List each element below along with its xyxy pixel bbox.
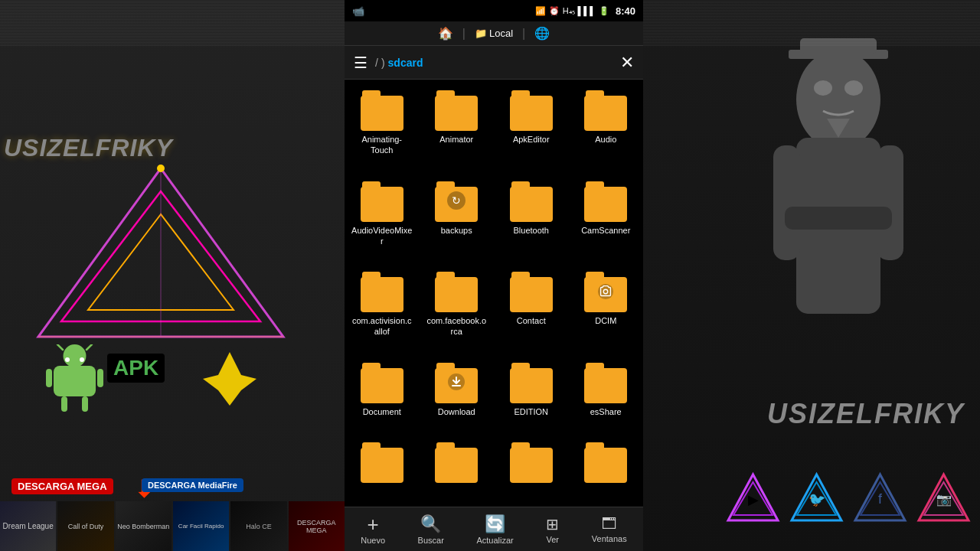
svg-rect-19 [773, 145, 800, 260]
folder-body-17 [435, 448, 478, 483]
folder-name-14: EDITION [514, 406, 548, 417]
local-icon: 📁 [475, 28, 487, 39]
svg-rect-20 [877, 145, 903, 260]
ventanas-label: Ventanas [592, 534, 627, 543]
nuevo-icon: + [368, 514, 379, 534]
folder-item-17[interactable] [420, 435, 495, 504]
folder-item-12[interactable]: Document [345, 355, 420, 435]
svg-point-12 [65, 357, 70, 362]
folder-item-7[interactable]: CamScanner [569, 174, 644, 265]
folder-item-6[interactable]: Bluetooth [494, 174, 569, 265]
folder-body-1 [435, 96, 478, 131]
nav-ventanas[interactable]: 🗔 Ventanas [592, 515, 627, 543]
folder-body-16 [361, 448, 403, 483]
nav-actualizar[interactable]: 🔄 Actualizar [476, 514, 513, 545]
wifi-icon: 📶 [535, 6, 546, 16]
bars-icon: ▌▌▌ [578, 6, 596, 15]
folder-item-13[interactable]: Download [420, 355, 495, 435]
menu-button[interactable]: ☰ [351, 51, 371, 75]
folder-item-16[interactable] [345, 435, 420, 504]
svg-point-22 [814, 80, 832, 96]
android-icon [46, 344, 103, 413]
folder-body-14 [510, 368, 553, 403]
folder-body-6 [510, 187, 553, 222]
diamond-icon [199, 348, 260, 409]
folder-name-8: com.activision.callof [351, 315, 413, 337]
folder-body-4 [361, 187, 403, 222]
folder-name-13: Download [438, 406, 475, 417]
nav-nuevo[interactable]: + Nuevo [361, 514, 385, 545]
folder-name-3: Audio [595, 134, 616, 145]
folder-item-11[interactable]: DCIM [569, 264, 644, 355]
buscar-icon: 🔍 [420, 514, 441, 534]
folder-item-1[interactable]: Animator [420, 83, 495, 174]
folder-body-7 [584, 187, 627, 222]
tab-separator-1: | [462, 27, 466, 41]
thumb-6: DESCARGA MEGA [289, 501, 345, 551]
file-grid: Animating-TouchAnimatorApkEditorAudioAud… [345, 80, 643, 507]
tab-bar: 🏠 | 📁 Local | 🌐 [345, 21, 643, 46]
folder-item-15[interactable]: esShare [569, 355, 644, 435]
folder-item-10[interactable]: Contact [494, 264, 569, 355]
status-left: 📹 [352, 5, 364, 17]
tab-local[interactable]: 📁 Local [475, 28, 513, 39]
folder-name-7: CamScanner [581, 225, 630, 236]
nav-buscar[interactable]: 🔍 Buscar [418, 514, 444, 545]
logo-triangle [15, 161, 306, 352]
folder-name-10: Contact [517, 315, 546, 326]
folder-name-5: backups [441, 225, 472, 236]
close-button[interactable]: ✕ [617, 50, 637, 76]
folder-name-15: esShare [590, 406, 622, 417]
folder-item-4[interactable]: AudioVideoMixer [345, 174, 420, 265]
right-brand-text: USIZELFRIKY [767, 398, 965, 430]
folder-item-9[interactable]: com.facebook.orca [420, 264, 495, 355]
folder-body-15 [584, 368, 627, 403]
svg-rect-11 [82, 396, 88, 412]
tab-network[interactable]: 🌐 [534, 26, 550, 41]
folder-body-18 [510, 448, 553, 483]
folder-item-2[interactable]: ApkEditor [494, 83, 569, 174]
svg-point-13 [80, 357, 84, 362]
svg-rect-10 [61, 396, 67, 412]
tab-home[interactable]: 🏠 [438, 26, 453, 41]
folder-body-3 [584, 96, 627, 131]
folder-name-4: AudioVideoMixer [351, 225, 413, 247]
ver-label: Ver [546, 535, 559, 544]
svg-rect-7 [54, 366, 96, 396]
tab-separator-2: | [522, 27, 525, 41]
right-social-row: ▶ 🐦 f 📷 [724, 471, 972, 528]
folder-body-19 [584, 448, 627, 483]
folder-item-19[interactable] [569, 435, 644, 504]
folder-name-6: Bluetooth [514, 225, 549, 236]
folder-item-8[interactable]: com.activision.callof [345, 264, 420, 355]
folder-item-0[interactable]: Animating-Touch [345, 83, 420, 174]
thumb-1: Dream League [0, 501, 56, 551]
ver-icon: ⊞ [546, 515, 559, 533]
path-display: / ) sdcard [375, 57, 612, 69]
youtube-social: ▶ [724, 471, 782, 528]
folder-item-14[interactable]: EDITION [494, 355, 569, 435]
signal-label: H₄₅ [563, 6, 575, 16]
folder-name-11: DCIM [595, 315, 616, 326]
svg-line-15 [87, 344, 92, 350]
thumb-2: Call of Duty [57, 501, 113, 551]
folder-body-9 [435, 277, 478, 312]
svg-marker-16 [203, 352, 256, 406]
actualizar-label: Actualizar [476, 536, 513, 545]
mask-silhouette [743, 38, 934, 421]
instagram-social: 📷 [915, 471, 972, 528]
folder-item-3[interactable]: Audio [569, 83, 644, 174]
twitter-social: 🐦 [788, 471, 845, 528]
address-bar: ☰ / ) sdcard ✕ [345, 46, 643, 80]
folder-item-5[interactable]: ↻backups [420, 174, 495, 265]
path-bracket: ) [381, 57, 385, 69]
current-path: sdcard [388, 57, 423, 69]
folder-name-0: Animating-Touch [351, 134, 413, 156]
mega-badge: DESCARGA MEGA [11, 478, 113, 494]
local-label: Local [489, 28, 513, 39]
svg-rect-21 [785, 207, 892, 230]
thumb-4: Car Facil Rapido [173, 501, 229, 551]
folder-body-8 [361, 277, 403, 312]
nav-ver[interactable]: ⊞ Ver [546, 515, 559, 544]
folder-item-18[interactable] [494, 435, 569, 504]
